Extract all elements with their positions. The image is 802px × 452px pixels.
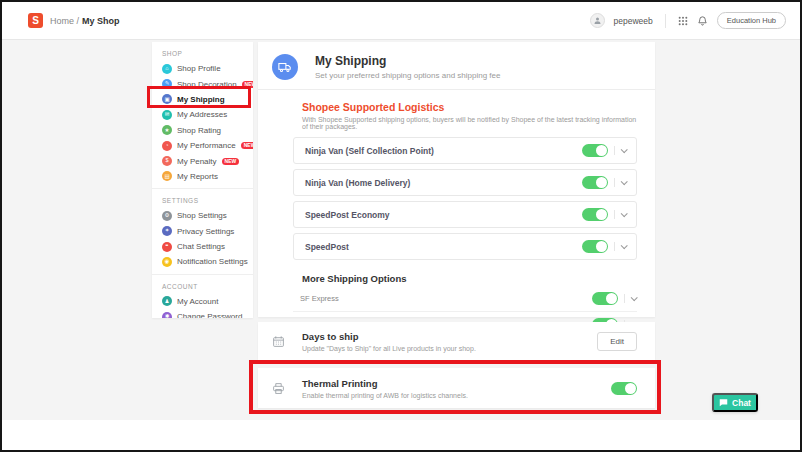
sidebar-item-label: Change Password <box>177 312 242 318</box>
star-icon: ★ <box>162 125 172 135</box>
new-badge: NEW <box>242 81 253 88</box>
sidebar-item-label: Shop Settings <box>177 211 227 220</box>
avatar[interactable] <box>590 13 605 28</box>
sidebar-section-title: SETTINGS <box>162 197 253 204</box>
sidebar-item[interactable]: $ My Penalty NEW <box>152 153 253 168</box>
sidebar-item[interactable]: ★ Shop Rating <box>152 123 253 138</box>
toggle-switch[interactable] <box>582 240 608 253</box>
toggle-knob <box>606 293 617 304</box>
chevron-down-icon[interactable] <box>621 242 628 249</box>
panel-header-text: My Shipping Set your preferred shipping … <box>315 54 500 80</box>
divider <box>614 242 615 251</box>
sidebar-item[interactable]: ✦ Privacy Settings <box>152 224 253 239</box>
edit-button[interactable]: Edit <box>597 332 637 351</box>
chevron-down-icon[interactable] <box>621 178 628 185</box>
thermal-printing-text: Thermal Printing Enable thermal printing… <box>302 378 468 399</box>
sidebar-item-label: Shop Rating <box>177 126 221 135</box>
shipping-option-label: SpeedPost Economy <box>305 210 390 220</box>
gear-icon: ⚙ <box>162 211 172 221</box>
new-badge: NEW <box>241 142 253 149</box>
shipping-option-card: Ninja Van (Home Delivery) <box>293 169 637 196</box>
toggle-knob <box>596 177 607 188</box>
chevron-down-icon[interactable] <box>631 294 638 301</box>
shop-decoration-icon: ✎ <box>162 79 172 89</box>
toggle-switch[interactable] <box>582 208 608 221</box>
sidebar-item-label: My Penalty <box>177 157 217 166</box>
top-bar: S Home / My Shop pepeweeb Education Hub <box>2 2 800 40</box>
chat-button[interactable]: Chat <box>712 393 758 412</box>
divider <box>614 210 615 219</box>
shipping-option-card: SpeedPost Economy <box>293 201 637 228</box>
toggle-switch[interactable] <box>582 144 608 157</box>
chat-bubble-icon: ❝ <box>162 242 172 252</box>
thermal-printing-card: Thermal Printing Enable thermal printing… <box>258 368 655 408</box>
sidebar-item-label: Privacy Settings <box>177 227 234 236</box>
thermal-printing-description: Enable thermal printing of AWB for logis… <box>302 392 468 399</box>
thermal-printing-toggle[interactable] <box>611 382 637 395</box>
divider <box>624 294 625 303</box>
report-doc-icon: ▤ <box>162 171 172 181</box>
shipping-option-label: SpeedPost <box>305 242 349 252</box>
chat-bubble-icon <box>719 398 728 407</box>
sidebar-section-shop: SHOP ⌂ Shop Profile ✎ Shop Decoration NE… <box>152 42 253 188</box>
sidebar: SHOP ⌂ Shop Profile ✎ Shop Decoration NE… <box>152 42 253 318</box>
days-to-ship-title: Days to ship <box>302 331 476 342</box>
toggle-switch[interactable] <box>582 176 608 189</box>
toggle-knob <box>625 383 636 394</box>
toggle-knob <box>596 241 607 252</box>
sidebar-item[interactable]: ✎ Shop Decoration NEW <box>152 76 253 91</box>
panel-header: My Shipping Set your preferred shipping … <box>258 42 655 90</box>
sidebar-item-label: My Addresses <box>177 110 227 119</box>
sidebar-item-label: My Reports <box>177 172 218 181</box>
shopee-logo[interactable]: S <box>28 13 43 28</box>
user-icon: ♟ <box>162 296 172 306</box>
sidebar-item-label: Shop Decoration <box>177 80 237 89</box>
sidebar-item-label: Chat Settings <box>177 242 225 251</box>
chevron-down-icon[interactable] <box>621 210 628 217</box>
sidebar-item[interactable]: ▤ My Reports <box>152 169 253 184</box>
sidebar-item[interactable]: ▣ My Shipping <box>152 92 253 107</box>
gauge-icon: ◔ <box>162 141 172 151</box>
sidebar-item-label: Shop Profile <box>177 64 221 73</box>
days-to-ship-card: Days to ship Update "Days to Ship" for a… <box>258 322 655 360</box>
my-shipping-panel: My Shipping Set your preferred shipping … <box>258 42 655 317</box>
sidebar-item-label: My Account <box>177 297 218 306</box>
shipping-option-label: Ninja Van (Home Delivery) <box>305 178 410 188</box>
toggle-switch[interactable] <box>592 292 618 305</box>
breadcrumb: Home / My Shop <box>50 16 120 26</box>
chevron-down-icon[interactable] <box>621 146 628 153</box>
shipping-option-card: SpeedPost <box>293 233 637 260</box>
panel-content: Shopee Supported Logistics With Shopee S… <box>258 101 655 336</box>
toggle-knob <box>596 145 607 156</box>
days-to-ship-description: Update "Days to Ship" for all Live produ… <box>302 345 476 352</box>
breadcrumb-current: My Shop <box>82 16 120 26</box>
sidebar-item-label: Notification Settings <box>177 257 248 266</box>
sidebar-item[interactable]: ✱ Change Password <box>152 309 253 318</box>
sidebar-item[interactable]: ✉ My Addresses <box>152 107 253 122</box>
page-subtitle: Set your preferred shipping options and … <box>315 71 500 80</box>
sidebar-item[interactable]: ⌂ Shop Profile <box>152 61 253 76</box>
username-label[interactable]: pepeweeb <box>614 16 653 26</box>
sidebar-item[interactable]: ♟ My Account <box>152 294 253 309</box>
days-to-ship-text: Days to ship Update "Days to Ship" for a… <box>302 331 476 352</box>
education-hub-button[interactable]: Education Hub <box>717 12 786 29</box>
divider <box>665 14 666 28</box>
thermal-printing-title: Thermal Printing <box>302 378 468 389</box>
user-icon <box>593 16 602 25</box>
sidebar-item[interactable]: ◔ My Performance NEW <box>152 138 253 153</box>
sidebar-item-label: My Performance <box>177 141 236 150</box>
bell-icon[interactable] <box>697 15 708 26</box>
address-icon: ✉ <box>162 110 172 120</box>
sidebar-item[interactable]: ❝ Chat Settings <box>152 239 253 254</box>
shipping-option-row: SF Express <box>293 286 637 311</box>
page-title: My Shipping <box>315 54 500 68</box>
breadcrumb-home[interactable]: Home / <box>50 16 79 26</box>
chat-button-label: Chat <box>732 398 751 408</box>
sidebar-item[interactable]: ◉ Notification Settings <box>152 254 253 269</box>
sidebar-item[interactable]: ⚙ Shop Settings <box>152 208 253 223</box>
apps-grid-icon[interactable] <box>678 16 688 26</box>
printer-icon <box>272 382 285 395</box>
topbar-right-group: pepeweeb Education Hub <box>590 12 786 29</box>
penalty-dollar-icon: $ <box>162 156 172 166</box>
new-badge: NEW <box>222 158 240 165</box>
